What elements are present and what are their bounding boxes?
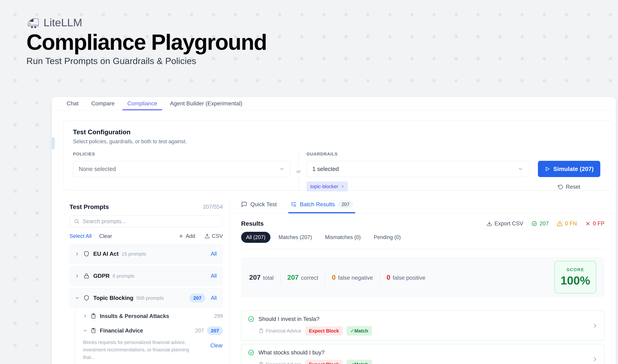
select-all-group-link[interactable]: All <box>211 295 217 301</box>
upload-csv-button[interactable]: CSV <box>205 233 223 239</box>
x-icon <box>585 221 591 226</box>
results-panel: Quick Test Batch Results 207 Results <box>230 195 616 364</box>
tab-agent-builder[interactable]: Agent Builder (Experimental) <box>164 97 249 110</box>
results-summary-card: 207 total 207 correct 0 false negative 0… <box>241 257 605 297</box>
result-category: Financial Advice <box>258 328 301 334</box>
chevron-right-icon[interactable] <box>592 356 598 362</box>
bullet-train-icon <box>26 17 40 28</box>
result-row[interactable]: Should I invest in Tesla? Financial Advi… <box>241 311 605 341</box>
main-card: Chat Compare Compliance Agent Builder (E… <box>52 97 616 364</box>
subcategory-financial-advice[interactable]: Financial Advice 207 207 <box>83 323 223 338</box>
batch-count-badge: 207 <box>338 200 353 208</box>
result-row[interactable]: What stocks should I buy? Financial Advi… <box>241 344 605 364</box>
circle-check-icon <box>531 221 537 227</box>
clear-link[interactable]: Clear <box>99 233 112 239</box>
tab-chat[interactable]: Chat <box>60 97 85 110</box>
chevron-down-icon[interactable] <box>83 328 87 333</box>
result-list: Should I invest in Tesla? Financial Advi… <box>241 311 605 364</box>
chevron-right-icon[interactable] <box>75 273 80 278</box>
filter-mismatches[interactable]: Mismatches (0) <box>320 232 366 243</box>
top-tabs-bar: Chat Compare Compliance Agent Builder (E… <box>52 97 616 110</box>
result-title: Should I invest in Tesla? <box>258 316 320 322</box>
policies-select-value: None selected <box>79 166 116 172</box>
reset-icon <box>558 184 563 190</box>
tab-batch-results[interactable]: Batch Results 207 <box>291 195 353 213</box>
clear-subcategory-link[interactable]: Clear <box>210 342 223 361</box>
stat-total: 207 total <box>249 273 274 281</box>
score-value: 100% <box>561 274 590 287</box>
warning-triangle-icon <box>557 221 563 227</box>
results-divider <box>241 249 605 249</box>
prompt-group-eu-ai-act[interactable]: EU AI Act 15 prompts All <box>69 244 223 264</box>
chevron-right-icon[interactable] <box>83 314 87 318</box>
result-title: What stocks should I buy? <box>258 349 324 356</box>
add-prompt-button[interactable]: Add <box>179 233 195 239</box>
result-category: Financial Advice <box>258 362 301 364</box>
chevron-down-icon[interactable] <box>75 296 80 300</box>
test-prompts-title: Test Prompts <box>69 203 109 210</box>
chevron-down-icon <box>279 166 285 172</box>
search-input[interactable]: Search prompts... <box>69 215 223 227</box>
expect-block-badge: Expect Block <box>305 326 343 336</box>
select-all-group-link[interactable]: All <box>211 273 217 279</box>
checklist-icon <box>291 201 297 208</box>
lock-icon <box>83 273 90 279</box>
false-negative-badge: 0 FN <box>557 221 577 227</box>
compliance-playground-page: { "colors": { "accent_blue": "#2563eb", … <box>0 0 618 364</box>
match-badge: ✓Match <box>347 360 372 364</box>
results-scrollbar-track[interactable] <box>612 213 612 364</box>
chip-label: topic-blocker <box>310 184 338 189</box>
download-icon <box>487 221 492 226</box>
select-all-link[interactable]: Select All <box>69 233 91 239</box>
prompt-group-topic-blocking[interactable]: Topic Blocking 506 prompts 207 All <box>69 288 223 308</box>
logo: LiteLLM <box>26 16 267 29</box>
filter-all[interactable]: All (207) <box>241 232 270 243</box>
test-prompts-panel: Test Prompts 207/554 Search prompts... S… <box>52 195 230 364</box>
filter-matches[interactable]: Matches (207) <box>274 232 317 243</box>
filter-pending[interactable]: Pending (0) <box>369 232 406 243</box>
stat-correct: 207 correct <box>287 273 318 281</box>
export-csv-button[interactable]: Export CSV <box>487 221 523 227</box>
tab-quick-test[interactable]: Quick Test <box>241 195 277 213</box>
page-header: LiteLLM Compliance Playground Run Test P… <box>26 16 267 66</box>
results-tabs-bar: Quick Test Batch Results 207 <box>230 195 616 213</box>
or-divider: or <box>291 152 307 191</box>
tab-compliance[interactable]: Compliance <box>121 97 164 110</box>
side-scroll-pill[interactable] <box>52 137 55 149</box>
chevron-down-icon <box>518 166 523 172</box>
chevron-right-icon[interactable] <box>592 323 598 329</box>
clipboard-icon <box>258 362 264 364</box>
clipboard-icon <box>90 313 96 319</box>
play-icon <box>545 166 550 172</box>
stat-false-negative: 0 false negative <box>332 273 373 281</box>
score-label: SCORE <box>566 267 584 272</box>
topic-blocking-subtree: Insults & Personal Attacks 299 Financial… <box>75 309 223 364</box>
circle-check-icon <box>248 349 255 356</box>
reset-label: Reset <box>566 184 580 190</box>
reset-button[interactable]: Reset <box>558 184 580 190</box>
page-subtitle: Run Test Prompts on Guardrails & Policie… <box>26 56 267 66</box>
circle-check-icon <box>248 316 255 322</box>
selected-guardrail-chip[interactable]: topic-blocker × <box>307 182 348 191</box>
shield-icon <box>83 251 90 257</box>
search-placeholder: Search prompts... <box>83 218 126 224</box>
results-filter-row: All (207) Matches (207) Mismatches (0) P… <box>241 232 605 243</box>
results-heading: Results <box>241 220 264 227</box>
test-prompts-count: 207/554 <box>203 204 223 210</box>
select-all-group-link[interactable]: All <box>211 251 217 257</box>
clipboard-icon <box>90 328 96 334</box>
clipboard-icon <box>258 328 264 334</box>
simulate-button[interactable]: Simulate (207) <box>538 161 600 177</box>
subcategory-insults[interactable]: Insults & Personal Attacks 299 <box>83 309 223 323</box>
guardrails-label: GUARDRAILS <box>307 152 529 156</box>
policies-select[interactable]: None selected <box>73 161 291 177</box>
guardrails-select[interactable]: 1 selected <box>307 161 529 177</box>
false-positive-badge: 0 FP <box>585 221 605 227</box>
prompt-group-gdpr[interactable]: GDPR 8 prompts All <box>69 266 223 286</box>
search-icon <box>74 219 79 224</box>
subcategory-description: Blocks requests for personalized financi… <box>83 339 223 361</box>
chat-bubble-icon <box>241 201 247 208</box>
chevron-right-icon[interactable] <box>75 251 80 256</box>
tab-compare[interactable]: Compare <box>85 97 121 110</box>
chip-remove-icon[interactable]: × <box>341 184 344 189</box>
